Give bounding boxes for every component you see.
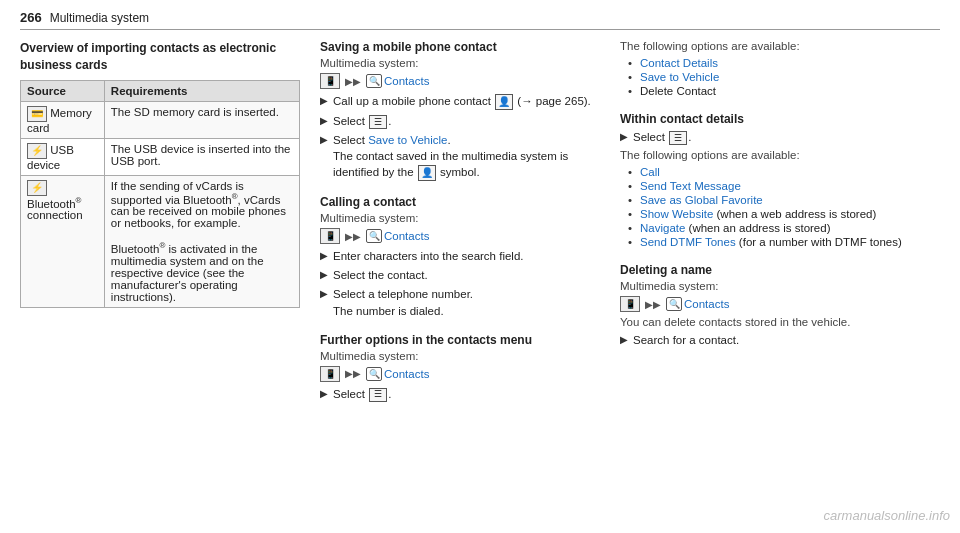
step-item: ▶ Select the contact. — [320, 267, 600, 283]
step-arrow: ▶ — [320, 387, 328, 401]
step-text: Select a telephone number.The number is … — [333, 286, 600, 318]
page-title: Multimedia system — [50, 11, 149, 25]
step-arrow: ▶ — [320, 249, 328, 263]
saving-title: Saving a mobile phone contact — [320, 40, 600, 54]
list-item: Call — [628, 165, 940, 179]
list-item: Send DTMF Tones (for a number with DTMF … — [628, 235, 940, 249]
step-arrow: ▶ — [320, 287, 328, 301]
left-column: Overview of importing contacts as electr… — [20, 40, 300, 416]
step-item: ▶ Select a telephone number.The number i… — [320, 286, 600, 318]
contact-details-link[interactable]: Contact Details — [640, 57, 718, 69]
save-to-vehicle-link[interactable]: Save to Vehicle — [368, 134, 447, 146]
send-text-link[interactable]: Send Text Message — [640, 180, 741, 192]
available-options-list: Contact Details Save to Vehicle Delete C… — [620, 56, 940, 98]
step-text: Enter characters into the search field. — [333, 248, 600, 264]
import-table: Source Requirements 💳 Memory card The SD… — [20, 80, 300, 309]
nav-arrow-4: ▶▶ — [645, 299, 661, 310]
step-arrow: ▶ — [320, 133, 328, 147]
navigate-link[interactable]: Navigate — [640, 222, 685, 234]
saving-contacts-label: Contacts — [384, 75, 429, 87]
deleting-subtitle: Multimedia system: — [620, 280, 940, 292]
list-item: Send Text Message — [628, 179, 940, 193]
table-cell-req: The USB device is inserted into the USB … — [104, 138, 299, 175]
search-nav-icon3: 🔍 — [366, 367, 382, 381]
table-cell-req: If the sending of vCards is supported vi… — [104, 175, 299, 308]
deleting-title: Deleting a name — [620, 263, 940, 277]
select-menu-icon3: ☰ — [669, 131, 687, 145]
table-cell-source: 💳 Memory card — [21, 101, 105, 138]
deleting-steps: ▶ Search for a contact. — [620, 332, 940, 348]
saving-subtitle: Multimedia system: — [320, 57, 600, 69]
step-item: ▶ Select ☰. — [320, 386, 600, 402]
deleting-nav: 📱 ▶▶ 🔍 Contacts — [620, 296, 940, 312]
list-item: Save to Vehicle — [628, 70, 940, 84]
deleting-contacts-label: Contacts — [684, 298, 729, 310]
step-text: Call up a mobile phone contact 👤 (→ page… — [333, 93, 600, 110]
step-item: ▶ Search for a contact. — [620, 332, 940, 348]
table-cell-source: ⚡ Bluetooth® connection — [21, 175, 105, 308]
left-section-heading: Overview of importing contacts as electr… — [20, 40, 300, 74]
within-options-list: Call Send Text Message Save as Global Fa… — [620, 165, 940, 249]
phone-nav-icon4: 📱 — [620, 296, 640, 312]
within-contact-block: Within contact details ▶ Select ☰. The f… — [620, 112, 940, 249]
usb-icon: ⚡ — [27, 143, 47, 159]
further-nav: 📱 ▶▶ 🔍 Contacts — [320, 366, 600, 382]
within-options-intro: The following options are available: — [620, 149, 940, 161]
right-column: The following options are available: Con… — [620, 40, 940, 416]
calling-nav: 📱 ▶▶ 🔍 Contacts — [320, 228, 600, 244]
send-dtmf-link[interactable]: Send DTMF Tones — [640, 236, 736, 248]
select-menu-icon2: ☰ — [369, 388, 387, 402]
further-subtitle: Multimedia system: — [320, 350, 600, 362]
available-intro: The following options are available: — [620, 40, 940, 52]
calling-contacts-label: Contacts — [384, 230, 429, 242]
calling-block: Calling a contact Multimedia system: 📱 ▶… — [320, 195, 600, 318]
within-contact-steps: ▶ Select ☰. — [620, 129, 940, 145]
step-text: Search for a contact. — [633, 332, 940, 348]
step-arrow: ▶ — [320, 94, 328, 108]
table-row: ⚡ Bluetooth® connection If the sending o… — [21, 175, 300, 308]
table-header-requirements: Requirements — [104, 80, 299, 101]
step-arrow: ▶ — [320, 114, 328, 128]
bluetooth-icon: ⚡ — [27, 180, 47, 196]
middle-column: Saving a mobile phone contact Multimedia… — [320, 40, 600, 416]
step-item: ▶ Select Save to Vehicle. The contact sa… — [320, 132, 600, 181]
phone-nav-icon: 📱 — [320, 73, 340, 89]
call-link[interactable]: Call — [640, 166, 660, 178]
show-website-link[interactable]: Show Website — [640, 208, 713, 220]
symbol-icon: 👤 — [418, 165, 436, 181]
within-contact-title: Within contact details — [620, 112, 940, 126]
saving-nav: 📱 ▶▶ 🔍 Contacts — [320, 73, 600, 89]
search-nav-icon: 🔍 — [366, 74, 382, 88]
step-text: Select the contact. — [333, 267, 600, 283]
step-item: ▶ Enter characters into the search field… — [320, 248, 600, 264]
search-nav-icon2: 🔍 — [366, 229, 382, 243]
step-item: ▶ Select ☰. — [320, 113, 600, 129]
available-options-block: The following options are available: Con… — [620, 40, 940, 98]
contact-person-icon: 👤 — [495, 94, 513, 110]
further-title: Further options in the contacts menu — [320, 333, 600, 347]
step-text: Select Save to Vehicle. The contact save… — [333, 132, 600, 181]
table-cell-req: The SD memory card is inserted. — [104, 101, 299, 138]
save-global-link[interactable]: Save as Global Favorite — [640, 194, 763, 206]
save-to-vehicle-link2[interactable]: Save to Vehicle — [640, 71, 719, 83]
list-item: Delete Contact — [628, 84, 940, 98]
step-text: Select ☰. — [333, 386, 600, 402]
step-arrow: ▶ — [620, 130, 628, 144]
step-arrow: ▶ — [320, 268, 328, 282]
phone-nav-icon3: 📱 — [320, 366, 340, 382]
further-contacts-label: Contacts — [384, 368, 429, 380]
list-item: Show Website (when a web address is stor… — [628, 207, 940, 221]
table-row: 💳 Memory card The SD memory card is inse… — [21, 101, 300, 138]
table-header-source: Source — [21, 80, 105, 101]
page-container: 266 Multimedia system Overview of import… — [0, 0, 960, 436]
search-nav-icon4: 🔍 — [666, 297, 682, 311]
nav-arrow-3: ▶▶ — [345, 368, 361, 379]
memory-card-icon: 💳 — [27, 106, 47, 122]
select-menu-icon: ☰ — [369, 115, 387, 129]
calling-steps: ▶ Enter characters into the search field… — [320, 248, 600, 318]
deleting-block: Deleting a name Multimedia system: 📱 ▶▶ … — [620, 263, 940, 348]
nav-arrow-1: ▶▶ — [345, 76, 361, 87]
further-steps: ▶ Select ☰. — [320, 386, 600, 402]
further-block: Further options in the contacts menu Mul… — [320, 333, 600, 402]
list-item: Navigate (when an address is stored) — [628, 221, 940, 235]
